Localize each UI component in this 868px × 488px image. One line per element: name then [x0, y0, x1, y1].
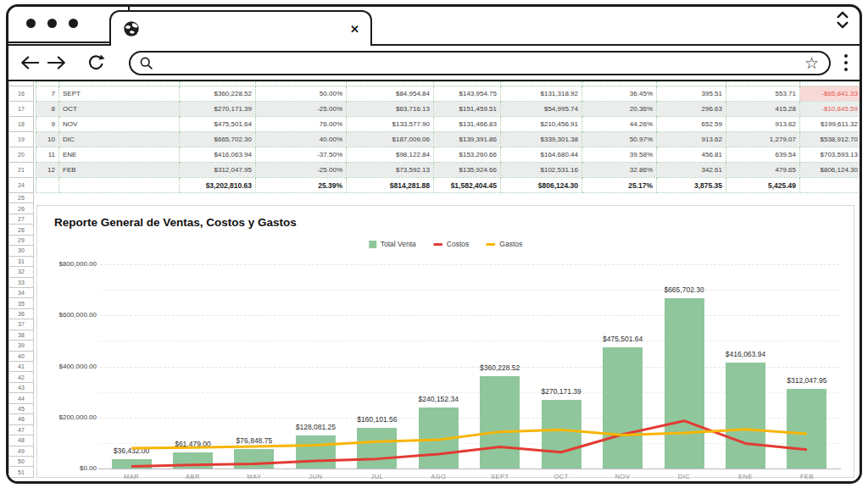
cell[interactable]: 20.36%	[582, 102, 657, 117]
row-number[interactable]: 48	[8, 435, 34, 446]
back-button[interactable]	[19, 52, 41, 74]
row-number[interactable]: 42	[8, 372, 34, 382]
cell[interactable]: 25.39%	[256, 178, 347, 193]
window-dot-icon[interactable]	[47, 19, 57, 28]
row-number[interactable]: 47	[8, 425, 34, 435]
row-number[interactable]: 44	[8, 393, 34, 403]
cell[interactable]: $73,592.13	[347, 163, 434, 178]
cell[interactable]: $1,582,404.45	[434, 178, 501, 193]
cell[interactable]: 36.45%	[582, 86, 657, 102]
cell[interactable]: OCT	[59, 102, 180, 117]
cell[interactable]: 639.54	[726, 147, 800, 163]
row-number[interactable]: 27	[8, 214, 34, 225]
cell[interactable]: $360,228.52	[180, 86, 256, 102]
cell[interactable]: $131,466.83	[434, 117, 501, 132]
row-number[interactable]: 37	[8, 319, 34, 330]
row-number[interactable]: 45	[8, 404, 34, 414]
cell[interactable]: $270,171.39	[180, 102, 256, 117]
cell[interactable]: 456.81	[657, 147, 726, 163]
cell[interactable]: $102,531.16	[501, 163, 582, 178]
cell[interactable]: -25.00%	[256, 102, 347, 117]
cell[interactable]	[800, 178, 860, 193]
cell[interactable]: -$10,845.59	[800, 102, 860, 117]
cell[interactable]: $63,716.13	[347, 102, 434, 117]
cell[interactable]: 32.86%	[582, 163, 657, 178]
cell[interactable]: 415.28	[726, 102, 800, 117]
row-number[interactable]: 41	[8, 362, 34, 372]
row-number[interactable]: 33	[8, 278, 34, 288]
cell[interactable]: 913.62	[726, 117, 800, 132]
cell[interactable]: $135,924.66	[434, 163, 501, 178]
row-number[interactable]: 51	[8, 467, 34, 477]
cell[interactable]: 8	[36, 102, 59, 117]
cell[interactable]: 7	[36, 86, 59, 102]
cell[interactable]: $153,260.66	[434, 147, 501, 163]
row-number[interactable]: 20	[8, 147, 34, 163]
cell[interactable]: $133,577.90	[347, 117, 434, 132]
cell[interactable]: 5,425.49	[726, 178, 800, 193]
cell[interactable]: 44.26%	[582, 117, 657, 132]
row-number[interactable]: 46	[8, 414, 34, 424]
cell[interactable]: $143,954.75	[434, 86, 501, 102]
cell[interactable]: 913.62	[657, 132, 726, 147]
cell[interactable]: $187,009.06	[347, 132, 434, 147]
address-input[interactable]	[160, 56, 798, 69]
cell[interactable]: $139,391.86	[434, 132, 501, 147]
cell[interactable]: $164,680.44	[501, 147, 582, 163]
cell[interactable]: 553.71	[726, 86, 800, 102]
row-number[interactable]: 21	[8, 163, 34, 178]
row-number[interactable]: 26	[8, 203, 34, 214]
cell[interactable]	[59, 178, 180, 193]
row-number[interactable]: 16	[8, 86, 34, 102]
row-number[interactable]: 38	[8, 330, 34, 341]
cell[interactable]: SEPT	[59, 86, 180, 102]
cell[interactable]: 9	[36, 117, 59, 132]
cell[interactable]: $538,912.70	[800, 132, 860, 147]
row-number[interactable]: 43	[8, 383, 34, 393]
row-number[interactable]: 40	[8, 352, 34, 362]
cell[interactable]: 11	[36, 147, 59, 163]
row-number[interactable]: 34	[8, 288, 34, 298]
cell[interactable]: 12	[36, 163, 59, 178]
cell[interactable]: $54,995.74	[501, 102, 582, 117]
cell[interactable]: 40.00%	[256, 132, 347, 147]
chevron-up-icon[interactable]	[836, 11, 849, 19]
cell[interactable]: $814,281.88	[347, 178, 434, 193]
cell[interactable]: -25.00%	[256, 163, 347, 178]
cell[interactable]: 296.63	[657, 102, 726, 117]
row-number[interactable]: 32	[8, 267, 34, 277]
cell[interactable]: 50.97%	[582, 132, 657, 147]
cell[interactable]: 1,279.07	[726, 132, 800, 147]
row-number[interactable]: 28	[8, 225, 34, 235]
row-number[interactable]: 39	[8, 341, 34, 351]
cell[interactable]: $312,047.95	[180, 163, 256, 178]
row-number[interactable]: 30	[8, 246, 34, 256]
cell[interactable]: FEB	[59, 163, 180, 178]
cell[interactable]: 39.58%	[582, 147, 657, 163]
cell[interactable]: -37.50%	[256, 147, 347, 163]
cell[interactable]: 3,875.35	[657, 178, 726, 193]
cell[interactable]: $151,459.51	[434, 102, 501, 117]
cell[interactable]: $3,202,810.63	[180, 178, 256, 193]
window-dot-icon[interactable]	[26, 19, 36, 28]
cell[interactable]: NOV	[59, 117, 180, 132]
cell[interactable]: $416,063.94	[180, 147, 256, 163]
cell[interactable]: $84,954.84	[347, 86, 434, 102]
cell[interactable]: 50.00%	[256, 86, 347, 102]
row-number[interactable]: 24	[8, 178, 34, 193]
cell[interactable]: $98,122.84	[347, 147, 434, 163]
forward-button[interactable]	[46, 52, 68, 74]
cell[interactable]: 395.51	[657, 86, 726, 102]
cell[interactable]: $806,124.30	[800, 163, 860, 178]
cell[interactable]: 76.00%	[256, 117, 347, 132]
cell[interactable]: 342.61	[657, 163, 726, 178]
row-number[interactable]: 36	[8, 309, 34, 319]
chevron-down-icon[interactable]	[836, 21, 849, 29]
browser-tab[interactable]: ✕	[109, 10, 372, 46]
row-number[interactable]: 31	[8, 257, 34, 267]
row-number[interactable]: 49	[8, 446, 34, 457]
cell[interactable]: $475,501.64	[180, 117, 256, 132]
cell[interactable]: $210,456.91	[501, 117, 582, 132]
cell[interactable]: $199,611.32	[800, 117, 860, 132]
row-number[interactable]: 19	[8, 132, 34, 147]
